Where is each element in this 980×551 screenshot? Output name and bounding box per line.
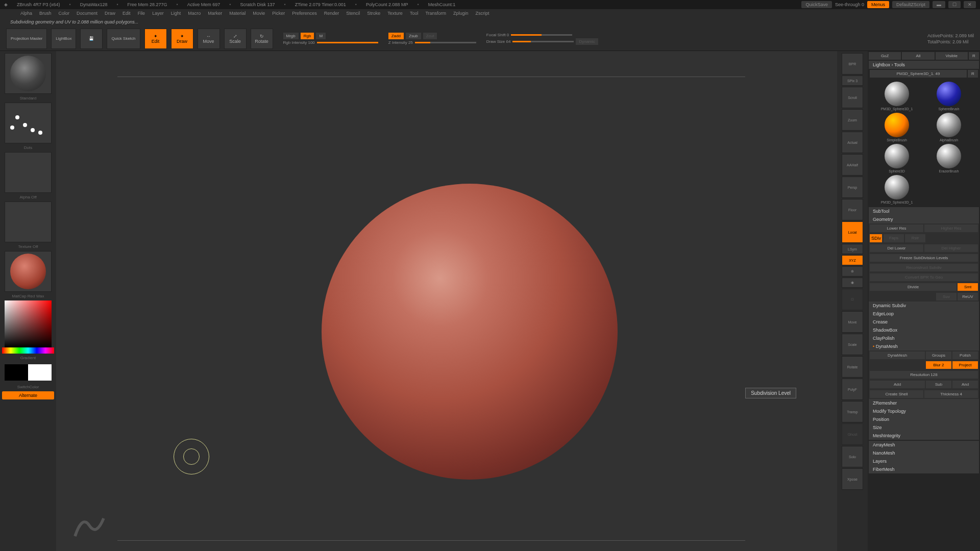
arraymesh-section[interactable]: ArrayMesh xyxy=(869,441,979,449)
geometry-section[interactable]: Geometry xyxy=(869,215,979,223)
material-thumbnail[interactable] xyxy=(5,251,52,292)
menu-picker[interactable]: Picker xyxy=(272,11,285,16)
lightbox-tools[interactable]: Lightbox › Tools xyxy=(869,61,979,69)
gradient-label[interactable]: Gradient xyxy=(2,356,54,360)
convert-bpr-button[interactable]: Convert BPR To Geo xyxy=(870,273,978,281)
tool-item[interactable]: PM3D_Sphere3D_1 xyxy=(872,82,922,111)
and-button[interactable]: And xyxy=(952,381,978,388)
edit-button[interactable]: ✦Edit xyxy=(144,29,167,49)
draw-size-slider[interactable] xyxy=(512,41,574,42)
actual-button[interactable]: Actual xyxy=(842,132,863,153)
seethrough-slider[interactable]: See-through 0 xyxy=(835,2,864,7)
del-lower-button[interactable]: Del Lower xyxy=(870,244,923,252)
projection-master-button[interactable]: Projection Master xyxy=(6,29,47,49)
menu-layer[interactable]: Layer xyxy=(152,11,164,16)
thickness-slider[interactable]: Thickness 4 xyxy=(924,390,978,398)
move-tool-button[interactable]: Move xyxy=(842,311,863,333)
menu-color[interactable]: Color xyxy=(59,11,70,16)
crease-section[interactable]: Crease xyxy=(869,318,979,326)
menu-draw[interactable]: Draw xyxy=(105,11,115,16)
rgb-button[interactable]: Rgb xyxy=(301,33,314,39)
z-intensity-label[interactable]: Z Intensity 25 xyxy=(388,40,413,45)
layers-section[interactable]: Layers xyxy=(869,457,979,465)
transp-button[interactable]: Transp xyxy=(842,401,863,422)
switch-color[interactable]: SwitchColor xyxy=(2,385,54,389)
subtool-section[interactable]: SubTool xyxy=(869,207,979,215)
reuv-button[interactable]: ReUV xyxy=(958,293,978,300)
freeze-sdiv-button[interactable]: Freeze SubDivision Levels xyxy=(870,254,978,262)
project-button[interactable]: Project xyxy=(952,361,978,369)
color-picker[interactable] xyxy=(2,300,54,354)
alternate-button[interactable]: Alternate xyxy=(2,391,54,399)
mesh-integrity-section[interactable]: MeshIntegrity xyxy=(869,432,979,440)
drag-button[interactable]: ⊡ xyxy=(842,289,863,310)
zoom-button[interactable]: Zoom xyxy=(842,109,863,131)
polish-button[interactable]: Polish xyxy=(952,352,978,359)
viewport[interactable]: Subdivision Level xyxy=(56,51,837,551)
tool-item[interactable]: SimpleBrush xyxy=(872,113,922,142)
tool-item[interactable]: AlphaBrush xyxy=(924,113,974,142)
win-close[interactable]: ✕ xyxy=(964,1,976,8)
menu-tool[interactable]: Tool xyxy=(410,11,419,16)
rgb-intensity-slider[interactable] xyxy=(317,42,378,43)
scale-tool-button[interactable]: Scale xyxy=(842,334,863,355)
local-button[interactable]: Local xyxy=(842,221,863,243)
menu-zscript[interactable]: Zscript xyxy=(476,11,489,16)
zsub-button[interactable]: Zsub xyxy=(406,33,421,39)
sdiv-slider[interactable]: SDiv xyxy=(870,234,883,242)
floor-button[interactable]: Floor xyxy=(842,199,863,220)
menu-stroke[interactable]: Stroke xyxy=(367,11,380,16)
resolution-slider[interactable]: Resolution 128 xyxy=(870,371,978,379)
goz-tab[interactable]: GoZ xyxy=(869,52,901,60)
menu-macro[interactable]: Macro xyxy=(188,11,201,16)
draw-size-label[interactable]: Draw Size 64 xyxy=(486,39,511,44)
menu-render[interactable]: Render xyxy=(324,11,339,16)
persp-button[interactable]: Persp xyxy=(842,177,863,198)
lightbox-button[interactable]: LightBox xyxy=(51,29,76,49)
dynamic-subdiv-section[interactable]: Dynamic Subdiv xyxy=(869,302,979,310)
all-tab[interactable]: All xyxy=(902,52,934,60)
sub-button[interactable]: Sub xyxy=(926,381,951,388)
size-section[interactable]: Size xyxy=(869,423,979,432)
menu-material[interactable]: Material xyxy=(229,11,246,16)
menu-document[interactable]: Document xyxy=(77,11,97,16)
draw-button[interactable]: ✦Draw xyxy=(171,29,193,49)
dynamic-button[interactable]: Dynamic xyxy=(576,38,598,45)
tool-r-button[interactable]: R xyxy=(968,70,978,78)
polyf-button[interactable]: PolyF xyxy=(842,379,863,400)
menu-edit[interactable]: Edit xyxy=(122,11,131,16)
visible-tab[interactable]: Visible xyxy=(936,52,968,60)
menu-brush[interactable]: Brush xyxy=(39,11,52,16)
save-icon[interactable]: 💾 xyxy=(80,29,103,49)
win-min[interactable]: ▬ xyxy=(933,1,945,8)
smt-button[interactable]: Smt xyxy=(958,283,978,291)
zadd-button[interactable]: Zadd xyxy=(388,33,404,39)
groups-button[interactable]: Groups xyxy=(926,352,951,359)
menu-marker[interactable]: Marker xyxy=(208,11,222,16)
focal-shift-label[interactable]: Focal Shift 0 xyxy=(486,33,509,37)
nanomesh-section[interactable]: NanoMesh xyxy=(869,449,979,457)
blur-slider[interactable]: Blur 2 xyxy=(926,361,951,369)
menu-movie[interactable]: Movie xyxy=(253,11,265,16)
rotate-button[interactable]: ↻Rotate xyxy=(251,29,273,49)
swatch-black[interactable] xyxy=(5,364,28,381)
shadowbox-section[interactable]: ShadowBox xyxy=(869,326,979,334)
modify-topology-section[interactable]: Modify Topology xyxy=(869,407,979,415)
bpr-button[interactable]: BPR xyxy=(842,53,863,74)
suv-button[interactable]: Suv xyxy=(936,293,957,300)
menu-zplugin[interactable]: Zplugin xyxy=(453,11,469,16)
divide-button[interactable]: Divide xyxy=(870,283,957,291)
rot-button[interactable]: ◉ xyxy=(842,278,863,288)
add-button[interactable]: Add xyxy=(870,381,925,388)
del-higher-button[interactable]: Del Higher xyxy=(924,244,978,252)
scroll-button[interactable]: Scroll xyxy=(842,87,863,108)
rgb-intensity-label[interactable]: Rgb Intensity 100 xyxy=(283,40,315,45)
tool-item[interactable]: ErazerBrush xyxy=(924,144,974,173)
claypolish-section[interactable]: ClayPolish xyxy=(869,334,979,342)
current-tool-name[interactable]: PM3D_Sphere3D_1. 49 xyxy=(870,70,967,78)
lower-res-button[interactable]: Lower Res xyxy=(870,224,923,232)
menu-texture[interactable]: Texture xyxy=(387,11,403,16)
menu-light[interactable]: Light xyxy=(171,11,181,16)
xyz-button[interactable]: XYZ xyxy=(842,255,863,265)
dynamesh-button[interactable]: DynaMesh xyxy=(870,352,925,359)
